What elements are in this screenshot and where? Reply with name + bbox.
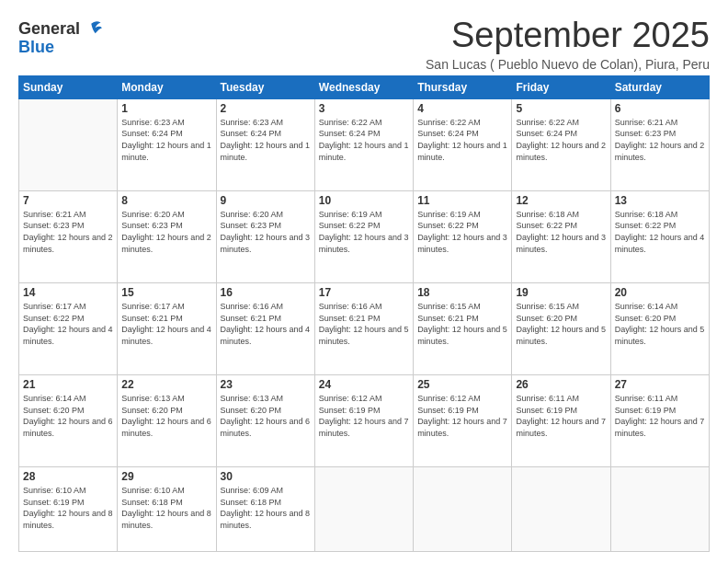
day-info: Sunrise: 6:22 AM Sunset: 6:24 PM Dayligh…: [516, 117, 606, 163]
calendar-cell: [19, 98, 118, 190]
day-info: Sunrise: 6:15 AM Sunset: 6:21 PM Dayligh…: [417, 301, 507, 347]
day-number: 8: [121, 194, 211, 207]
month-title: September 2025: [426, 17, 710, 55]
calendar-cell: 10Sunrise: 6:19 AM Sunset: 6:22 PM Dayli…: [314, 190, 413, 282]
calendar-header-row: SundayMondayTuesdayWednesdayThursdayFrid…: [19, 75, 710, 98]
calendar-cell: 1Sunrise: 6:23 AM Sunset: 6:24 PM Daylig…: [118, 98, 216, 190]
day-info: Sunrise: 6:21 AM Sunset: 6:23 PM Dayligh…: [23, 209, 113, 255]
day-info: Sunrise: 6:12 AM Sunset: 6:19 PM Dayligh…: [319, 393, 409, 439]
day-number: 7: [23, 194, 113, 207]
day-number: 20: [615, 286, 705, 299]
day-number: 1: [121, 102, 211, 115]
calendar-cell: 28Sunrise: 6:10 AM Sunset: 6:19 PM Dayli…: [19, 467, 118, 552]
header: General Blue September 2025 San Lucas ( …: [18, 17, 710, 72]
calendar-cell: 25Sunrise: 6:12 AM Sunset: 6:19 PM Dayli…: [414, 375, 512, 467]
day-info: Sunrise: 6:16 AM Sunset: 6:21 PM Dayligh…: [221, 301, 311, 347]
day-number: 30: [221, 470, 311, 483]
calendar-cell: 18Sunrise: 6:15 AM Sunset: 6:21 PM Dayli…: [414, 282, 512, 374]
day-info: Sunrise: 6:21 AM Sunset: 6:23 PM Dayligh…: [615, 117, 705, 163]
calendar-cell: 19Sunrise: 6:15 AM Sunset: 6:20 PM Dayli…: [512, 282, 610, 374]
subtitle: San Lucas ( Pueblo Nuevo de Colan), Piur…: [426, 57, 710, 72]
calendar-cell: 20Sunrise: 6:14 AM Sunset: 6:20 PM Dayli…: [610, 282, 709, 374]
calendar-day-header: Thursday: [414, 75, 512, 98]
day-info: Sunrise: 6:10 AM Sunset: 6:18 PM Dayligh…: [121, 485, 211, 531]
day-info: Sunrise: 6:19 AM Sunset: 6:22 PM Dayligh…: [319, 209, 409, 255]
logo: General Blue: [18, 20, 102, 57]
calendar-day-header: Wednesday: [314, 75, 413, 98]
day-info: Sunrise: 6:22 AM Sunset: 6:24 PM Dayligh…: [319, 117, 409, 163]
day-number: 17: [319, 286, 409, 299]
calendar-cell: 4Sunrise: 6:22 AM Sunset: 6:24 PM Daylig…: [414, 98, 512, 190]
title-block: September 2025 San Lucas ( Pueblo Nuevo …: [426, 17, 710, 72]
day-info: Sunrise: 6:20 AM Sunset: 6:23 PM Dayligh…: [221, 209, 311, 255]
day-info: Sunrise: 6:12 AM Sunset: 6:19 PM Dayligh…: [417, 393, 507, 439]
logo-bird-icon: [82, 18, 102, 39]
day-number: 28: [23, 470, 113, 483]
day-number: 9: [221, 194, 311, 207]
calendar-cell: 26Sunrise: 6:11 AM Sunset: 6:19 PM Dayli…: [512, 375, 610, 467]
calendar-cell: 24Sunrise: 6:12 AM Sunset: 6:19 PM Dayli…: [314, 375, 413, 467]
day-info: Sunrise: 6:23 AM Sunset: 6:24 PM Dayligh…: [121, 117, 211, 163]
day-number: 14: [23, 286, 113, 299]
page: General Blue September 2025 San Lucas ( …: [0, 0, 728, 563]
calendar-cell: 7Sunrise: 6:21 AM Sunset: 6:23 PM Daylig…: [19, 190, 118, 282]
day-number: 24: [319, 378, 409, 391]
calendar-day-header: Tuesday: [216, 75, 314, 98]
calendar-cell: 2Sunrise: 6:23 AM Sunset: 6:24 PM Daylig…: [216, 98, 314, 190]
day-number: 15: [121, 286, 211, 299]
day-number: 12: [516, 194, 606, 207]
calendar-cell: 6Sunrise: 6:21 AM Sunset: 6:23 PM Daylig…: [610, 98, 709, 190]
day-number: 19: [516, 286, 606, 299]
day-number: 13: [615, 194, 705, 207]
calendar-cell: 21Sunrise: 6:14 AM Sunset: 6:20 PM Dayli…: [19, 375, 118, 467]
calendar-cell: 5Sunrise: 6:22 AM Sunset: 6:24 PM Daylig…: [512, 98, 610, 190]
day-number: 25: [417, 378, 507, 391]
calendar-cell: 23Sunrise: 6:13 AM Sunset: 6:20 PM Dayli…: [216, 375, 314, 467]
day-number: 21: [23, 378, 113, 391]
calendar-cell: 16Sunrise: 6:16 AM Sunset: 6:21 PM Dayli…: [216, 282, 314, 374]
calendar-cell: 9Sunrise: 6:20 AM Sunset: 6:23 PM Daylig…: [216, 190, 314, 282]
day-number: 23: [221, 378, 311, 391]
day-info: Sunrise: 6:11 AM Sunset: 6:19 PM Dayligh…: [615, 393, 705, 439]
day-number: 11: [417, 194, 507, 207]
day-number: 2: [221, 102, 311, 115]
calendar-cell: 14Sunrise: 6:17 AM Sunset: 6:22 PM Dayli…: [19, 282, 118, 374]
day-info: Sunrise: 6:10 AM Sunset: 6:19 PM Dayligh…: [23, 485, 113, 531]
calendar-cell: [414, 467, 512, 552]
day-info: Sunrise: 6:14 AM Sunset: 6:20 PM Dayligh…: [615, 301, 705, 347]
day-number: 18: [417, 286, 507, 299]
day-info: Sunrise: 6:13 AM Sunset: 6:20 PM Dayligh…: [121, 393, 211, 439]
calendar-cell: 30Sunrise: 6:09 AM Sunset: 6:18 PM Dayli…: [216, 467, 314, 552]
day-number: 4: [417, 102, 507, 115]
calendar-cell: 3Sunrise: 6:22 AM Sunset: 6:24 PM Daylig…: [314, 98, 413, 190]
day-info: Sunrise: 6:16 AM Sunset: 6:21 PM Dayligh…: [319, 301, 409, 347]
day-number: 5: [516, 102, 606, 115]
calendar-cell: 22Sunrise: 6:13 AM Sunset: 6:20 PM Dayli…: [118, 375, 216, 467]
day-info: Sunrise: 6:13 AM Sunset: 6:20 PM Dayligh…: [221, 393, 311, 439]
calendar-cell: [610, 467, 709, 552]
calendar-cell: 8Sunrise: 6:20 AM Sunset: 6:23 PM Daylig…: [118, 190, 216, 282]
day-number: 16: [221, 286, 311, 299]
day-info: Sunrise: 6:23 AM Sunset: 6:24 PM Dayligh…: [221, 117, 311, 163]
calendar-day-header: Saturday: [610, 75, 709, 98]
day-info: Sunrise: 6:11 AM Sunset: 6:19 PM Dayligh…: [516, 393, 606, 439]
day-info: Sunrise: 6:19 AM Sunset: 6:22 PM Dayligh…: [417, 209, 507, 255]
calendar-day-header: Sunday: [19, 75, 118, 98]
day-info: Sunrise: 6:09 AM Sunset: 6:18 PM Dayligh…: [221, 485, 311, 531]
day-number: 29: [121, 470, 211, 483]
day-info: Sunrise: 6:17 AM Sunset: 6:22 PM Dayligh…: [23, 301, 113, 347]
calendar-day-header: Monday: [118, 75, 216, 98]
calendar-cell: 29Sunrise: 6:10 AM Sunset: 6:18 PM Dayli…: [118, 467, 216, 552]
day-info: Sunrise: 6:15 AM Sunset: 6:20 PM Dayligh…: [516, 301, 606, 347]
calendar-cell: 27Sunrise: 6:11 AM Sunset: 6:19 PM Dayli…: [610, 375, 709, 467]
day-info: Sunrise: 6:14 AM Sunset: 6:20 PM Dayligh…: [23, 393, 113, 439]
calendar-cell: 13Sunrise: 6:18 AM Sunset: 6:22 PM Dayli…: [610, 190, 709, 282]
day-number: 22: [121, 378, 211, 391]
logo-blue: Blue: [18, 39, 102, 57]
day-number: 10: [319, 194, 409, 207]
calendar-cell: 15Sunrise: 6:17 AM Sunset: 6:21 PM Dayli…: [118, 282, 216, 374]
day-number: 27: [615, 378, 705, 391]
day-info: Sunrise: 6:18 AM Sunset: 6:22 PM Dayligh…: [516, 209, 606, 255]
calendar-cell: [512, 467, 610, 552]
calendar-cell: 17Sunrise: 6:16 AM Sunset: 6:21 PM Dayli…: [314, 282, 413, 374]
